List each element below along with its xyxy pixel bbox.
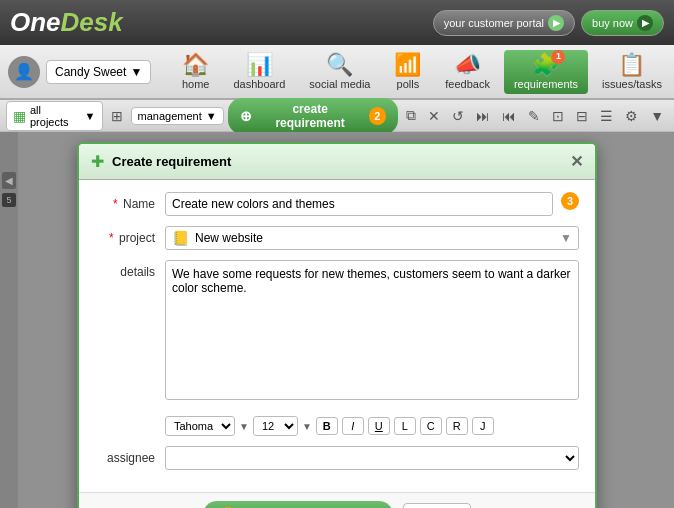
- more-button[interactable]: ▼: [646, 106, 668, 126]
- project-grid-button[interactable]: ⊞: [107, 106, 127, 126]
- user-section: 👤 Candy Sweet ▼: [0, 56, 170, 88]
- step2-badge: 2: [369, 107, 387, 125]
- feedback-icon: 📣: [454, 54, 481, 76]
- requirements-icon: 🧩 1: [532, 54, 559, 76]
- formatting-bar: Tahoma ▼ 12 ▼ B I U L C R J: [165, 416, 579, 436]
- home-icon: 🏠: [182, 54, 209, 76]
- all-projects-label: all projects: [30, 104, 81, 128]
- details-row: details We have some requests for new th…: [95, 260, 579, 400]
- requirements-badge: 1: [551, 50, 565, 64]
- edit-button[interactable]: ✎: [524, 106, 544, 126]
- avatar: 👤: [8, 56, 40, 88]
- rewind-button[interactable]: ⏮: [498, 106, 520, 126]
- fast-forward-button[interactable]: ⏭: [472, 106, 494, 126]
- logo-one: One: [10, 7, 61, 37]
- modal-close-button[interactable]: ✕: [570, 152, 583, 171]
- modal-body: * Name 3 * project 📒 New website ▼: [79, 180, 595, 492]
- align-right-button[interactable]: R: [446, 417, 468, 435]
- italic-button[interactable]: I: [342, 417, 364, 435]
- details-textarea[interactable]: We have some requests for new themes, cu…: [165, 260, 579, 400]
- nav-item-polls[interactable]: 📶 polls: [384, 50, 431, 94]
- assignee-label: assignee: [95, 446, 165, 465]
- project-value: New website: [195, 231, 560, 245]
- view2-button[interactable]: ⊟: [572, 106, 592, 126]
- project-row: * project 📒 New website ▼: [95, 226, 579, 250]
- submit-create-button[interactable]: 4 ⊕ create requirement: [203, 501, 393, 508]
- view1-button[interactable]: ⊡: [548, 106, 568, 126]
- toolbar-bar: ▦ all projects ▼ ⊞ management ▼ ⊕ create…: [0, 100, 674, 132]
- align-justify-button[interactable]: J: [472, 417, 494, 435]
- nav-item-issues[interactable]: 📋 issues/tasks: [592, 50, 672, 94]
- nav-item-social[interactable]: 🔍 social media: [299, 50, 380, 94]
- all-projects-selector[interactable]: ▦ all projects ▼: [6, 101, 103, 131]
- nav-bar: 👤 Candy Sweet ▼ 🏠 home 📊 dashboard 🔍 soc…: [0, 45, 674, 100]
- name-row: * Name 3: [95, 192, 579, 216]
- top-right-buttons: your customer portal ▶ buy now ▶: [433, 10, 664, 36]
- issues-icon: 📋: [618, 54, 645, 76]
- buy-now-button[interactable]: buy now ▶: [581, 10, 664, 36]
- modal-title-plus-icon: ✚: [91, 152, 104, 171]
- step3-badge: 3: [561, 192, 579, 210]
- font-dropdown-icon: ▼: [239, 421, 249, 432]
- bold-button[interactable]: B: [316, 417, 338, 435]
- social-icon: 🔍: [326, 54, 353, 76]
- polls-icon: 📶: [394, 54, 421, 76]
- logo: OneDesk: [10, 7, 123, 38]
- modal-footer: 4 ⊕ create requirement Cancel: [79, 492, 595, 508]
- project-selector[interactable]: 📒 New website ▼: [165, 226, 579, 250]
- portal-arrow-icon: ▶: [548, 15, 564, 31]
- user-name: Candy Sweet: [55, 65, 126, 79]
- copy-button[interactable]: ⧉: [402, 105, 420, 126]
- name-input[interactable]: [165, 192, 553, 216]
- modal-overlay: ✚ Create requirement ✕ * Name 3: [0, 132, 674, 508]
- refresh-button[interactable]: ↺: [448, 106, 468, 126]
- align-center-button[interactable]: C: [420, 417, 442, 435]
- main-area: ◀ 5 ✚ Create requirement ✕ * Name 3: [0, 132, 674, 508]
- nav-label-issues: issues/tasks: [602, 78, 662, 90]
- nav-items: 🏠 home 📊 dashboard 🔍 social media 📶 poll…: [170, 50, 674, 94]
- name-label: * Name: [95, 192, 165, 211]
- buynow-label: buy now: [592, 17, 633, 29]
- dashboard-icon: 📊: [246, 54, 273, 76]
- create-plus-icon: ⊕: [240, 108, 252, 124]
- projects-dropdown-icon: ▼: [85, 110, 96, 122]
- assignee-selector[interactable]: [165, 446, 579, 470]
- top-bar: OneDesk your customer portal ▶ buy now ▶: [0, 0, 674, 45]
- projects-icon: ▦: [13, 108, 26, 124]
- settings-button[interactable]: ⚙: [621, 106, 642, 126]
- nav-item-requirements[interactable]: 🧩 1 requirements: [504, 50, 588, 94]
- avatar-icon: 👤: [14, 62, 34, 81]
- nav-item-feedback[interactable]: 📣 feedback: [435, 50, 500, 94]
- nav-label-requirements: requirements: [514, 78, 578, 90]
- nav-label-social: social media: [309, 78, 370, 90]
- customer-portal-button[interactable]: your customer portal ▶: [433, 10, 575, 36]
- details-label: details: [95, 260, 165, 279]
- management-selector[interactable]: management ▼: [131, 107, 224, 125]
- assignee-row: assignee: [95, 446, 579, 470]
- portal-label: your customer portal: [444, 17, 544, 29]
- modal-header: ✚ Create requirement ✕: [79, 144, 595, 180]
- modal-title: Create requirement: [112, 154, 562, 169]
- user-name-button[interactable]: Candy Sweet ▼: [46, 60, 151, 84]
- project-book-icon: 📒: [172, 230, 189, 246]
- nav-label-dashboard: dashboard: [233, 78, 285, 90]
- project-required: *: [109, 231, 114, 245]
- font-size-selector[interactable]: 12: [253, 416, 298, 436]
- create-requirement-label: create requirement: [258, 102, 363, 130]
- project-dropdown-icon: ▼: [560, 231, 572, 245]
- buynow-arrow-icon: ▶: [637, 15, 653, 31]
- nav-item-dashboard[interactable]: 📊 dashboard: [223, 50, 295, 94]
- nav-item-home[interactable]: 🏠 home: [172, 50, 220, 94]
- align-left-button[interactable]: L: [394, 417, 416, 435]
- create-requirement-button[interactable]: ⊕ create requirement 2: [228, 98, 399, 134]
- name-required: *: [113, 197, 118, 211]
- nav-label-home: home: [182, 78, 210, 90]
- underline-button[interactable]: U: [368, 417, 390, 435]
- font-selector[interactable]: Tahoma: [165, 416, 235, 436]
- size-dropdown-icon: ▼: [302, 421, 312, 432]
- list-button[interactable]: ☰: [596, 106, 617, 126]
- delete-button[interactable]: ✕: [424, 106, 444, 126]
- cancel-button[interactable]: Cancel: [403, 503, 470, 508]
- formatting-row: Tahoma ▼ 12 ▼ B I U L C R J: [95, 410, 579, 436]
- create-requirement-modal: ✚ Create requirement ✕ * Name 3: [77, 142, 597, 508]
